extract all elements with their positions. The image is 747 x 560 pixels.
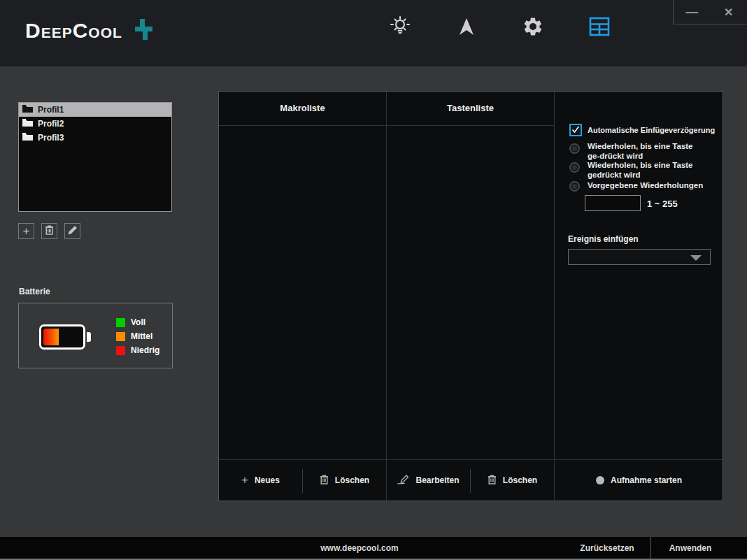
plus-icon: +: [241, 473, 248, 487]
deepcool-plus-logo-icon: [131, 17, 153, 45]
plus-icon: +: [23, 224, 30, 238]
battery-panel: Voll Mittel Niedrig: [18, 303, 173, 368]
trash-icon: [488, 475, 497, 487]
low-swatch: [116, 346, 125, 355]
key-list-body[interactable]: [387, 126, 554, 459]
footer-divider: [650, 537, 651, 559]
repetition-range-hint: 1 ~ 255: [647, 199, 678, 209]
website-link[interactable]: www.deepcool.com: [320, 543, 399, 553]
profile-list: Profil1 Profil2 Profil3: [18, 102, 172, 212]
brand-name: DeepCool: [25, 19, 122, 43]
trash-icon: [45, 225, 54, 238]
battery-icon: [39, 324, 85, 350]
delete-profile-button[interactable]: [41, 223, 57, 239]
folder-icon: [22, 133, 33, 143]
lightbulb-icon: [390, 16, 411, 40]
button-label: Löschen: [335, 475, 369, 485]
close-button[interactable]: ✕: [711, 1, 747, 24]
minimize-button[interactable]: —: [674, 1, 711, 24]
legend-label: Voll: [131, 317, 145, 327]
edit-key-button[interactable]: Bearbeiten: [387, 460, 470, 501]
edit-pen-icon: [397, 475, 409, 487]
auto-insert-delay-checkbox[interactable]: [569, 124, 582, 136]
battery-fill-level: [43, 329, 59, 345]
battery-terminal: [87, 332, 91, 342]
profile-label: Profil3: [38, 133, 64, 143]
folder-icon: [22, 105, 33, 115]
footer-bar: www.deepcool.com Zurücksetzen Anwenden: [0, 537, 747, 560]
lighting-tab[interactable]: [386, 14, 414, 42]
battery-legend-full: Voll: [116, 317, 145, 327]
button-label: Löschen: [503, 475, 537, 485]
apply-button[interactable]: Anwenden: [669, 543, 712, 553]
macro-tab-active[interactable]: [585, 14, 613, 42]
macro-list-header: Makroliste: [219, 92, 386, 125]
full-swatch: [116, 318, 125, 327]
medium-swatch: [116, 332, 125, 341]
macro-table-icon: [589, 17, 610, 39]
fixed-repetitions-radio[interactable]: [569, 181, 580, 192]
new-macro-button[interactable]: + Neues: [219, 460, 302, 501]
macro-list-body[interactable]: [219, 126, 386, 459]
button-label: Aufnahme starten: [611, 475, 682, 485]
record-icon: [596, 476, 604, 484]
battery-legend-medium: Mittel: [116, 331, 152, 341]
repetition-count-input[interactable]: [585, 195, 641, 211]
profile-item-2[interactable]: Profil2: [19, 117, 171, 131]
auto-insert-delay-label[interactable]: Automatische Einfügeverzögerung: [588, 126, 715, 134]
battery-legend-low: Niedrig: [116, 345, 159, 355]
repeat-while-pressed-label[interactable]: Wiederholen, bis eine Taste gedrückt wir…: [588, 161, 693, 180]
gear-icon: [522, 16, 543, 40]
radio-dot: [572, 184, 577, 189]
cursor-arrow-icon: [457, 17, 476, 39]
profile-label: Profil1: [38, 105, 64, 115]
title-bar: DeepCool — ✕: [0, 0, 747, 66]
start-recording-button[interactable]: Aufnahme starten: [555, 460, 723, 501]
profile-item-1[interactable]: Profil1: [19, 103, 171, 117]
delete-key-button[interactable]: Löschen: [471, 460, 554, 501]
legend-label: Mittel: [131, 331, 152, 341]
radio-dot: [572, 165, 577, 170]
checkmark-icon: [571, 124, 580, 136]
battery-section-label: Batterie: [19, 287, 50, 296]
settings-tab[interactable]: [519, 14, 547, 42]
legend-label: Niedrig: [131, 345, 159, 355]
chevron-down-icon: [690, 255, 702, 261]
app-logo: DeepCool: [25, 17, 153, 45]
radio-dot: [572, 146, 577, 151]
fixed-repetitions-label[interactable]: Vorgegebene Wiederholungen: [588, 181, 703, 191]
delete-macro-button[interactable]: Löschen: [303, 460, 386, 501]
column-divider: [554, 92, 555, 501]
profile-actions: +: [18, 223, 80, 239]
repeat-until-pressed-radio[interactable]: [569, 143, 580, 154]
add-profile-button[interactable]: +: [18, 223, 34, 239]
trash-icon: [320, 475, 329, 487]
repeat-while-pressed-radio[interactable]: [569, 162, 580, 173]
key-list-header: Tastenliste: [387, 92, 554, 125]
macro-panel: Makroliste Tastenliste + Neues Löschen B…: [218, 91, 723, 501]
profile-label: Profil2: [38, 119, 64, 129]
button-label: Neues: [255, 475, 280, 485]
window-controls: — ✕: [673, 0, 747, 24]
pointer-tab[interactable]: [453, 14, 481, 42]
pencil-icon: [68, 225, 78, 238]
edit-profile-button[interactable]: [64, 223, 80, 239]
event-insert-dropdown[interactable]: [568, 249, 711, 265]
profile-item-3[interactable]: Profil3: [19, 131, 171, 145]
folder-icon: [22, 119, 33, 129]
repeat-until-pressed-label[interactable]: Wiederholen, bis eine Taste ge-drückt wi…: [588, 142, 693, 161]
reset-button[interactable]: Zurücksetzen: [580, 543, 634, 553]
button-label: Bearbeiten: [415, 475, 459, 485]
event-insert-label: Ereignis einfügen: [568, 234, 639, 244]
